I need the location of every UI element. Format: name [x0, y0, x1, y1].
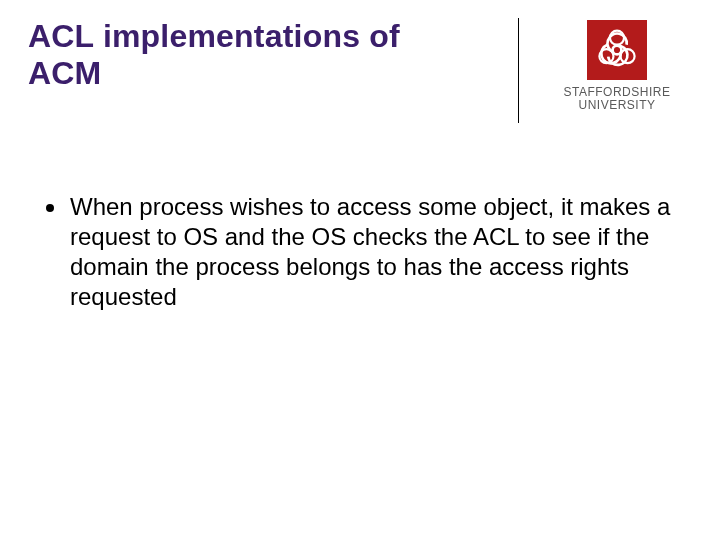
slide-body: When process wishes to access some objec…: [28, 192, 692, 312]
bullet-text: When process wishes to access some objec…: [70, 192, 680, 312]
slide-header: ACL implementations of ACM: [28, 18, 692, 128]
slide: ACL implementations of ACM: [0, 0, 720, 540]
bullet-marker-icon: [46, 204, 54, 212]
logo-badge: [587, 20, 647, 80]
university-logo: STAFFORDSHIRE UNIVERSITY: [542, 20, 692, 111]
biohazard-icon: [595, 28, 639, 72]
header-divider: [518, 18, 519, 123]
logo-line-1: STAFFORDSHIRE: [564, 86, 671, 99]
slide-title: ACL implementations of ACM: [28, 18, 458, 92]
logo-line-2: UNIVERSITY: [564, 99, 671, 112]
bullet-item: When process wishes to access some objec…: [46, 192, 680, 312]
logo-text: STAFFORDSHIRE UNIVERSITY: [564, 86, 671, 111]
